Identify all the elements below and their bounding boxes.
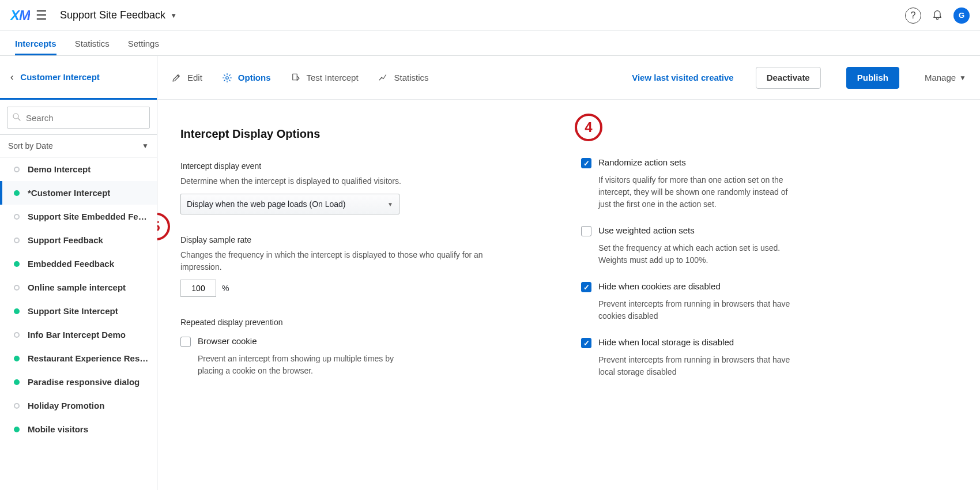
status-dot [14, 403, 20, 409]
repeated-display-label: Repeated display prevention [180, 318, 512, 327]
sidebar-item-label: *Customer Intercept [28, 188, 110, 198]
user-avatar[interactable]: G [953, 7, 970, 24]
sidebar-item[interactable]: Paradise responsive dialog [0, 370, 157, 394]
xm-logo: XM [10, 7, 30, 24]
search-icon [12, 112, 22, 125]
sidebar-item[interactable]: Support Site Intercept [0, 299, 157, 323]
svg-point-0 [13, 114, 18, 119]
sidebar-item[interactable]: Restaurant Experience Resp... [0, 346, 157, 370]
browser-cookie-label: Browser cookie [198, 336, 257, 346]
annotation-4: 4 [575, 114, 602, 141]
sidebar-item[interactable]: Embedded Feedback [0, 252, 157, 276]
tool-test-intercept[interactable]: Test Intercept [291, 73, 359, 83]
sidebar-item[interactable]: Info Bar Intercept Demo [0, 323, 157, 346]
chevron-down-icon: ▼ [142, 142, 149, 150]
browser-cookie-desc: Prevent an intercept from showing up mul… [180, 353, 399, 377]
status-dot [14, 332, 20, 338]
sidebar-title: Customer Intercept [20, 72, 100, 82]
status-dot [14, 308, 20, 314]
status-dot [14, 190, 20, 196]
status-dot [14, 214, 20, 220]
sidebar-item[interactable]: Support Feedback [0, 228, 157, 252]
sidebar-item[interactable]: Online sample intercept [0, 276, 157, 299]
topbar: XM ☰ Support Site Feedback ▼ ? G [0, 0, 980, 31]
repeated-display-block: Repeated display prevention Browser cook… [180, 318, 512, 377]
sample-rate-label: Display sample rate [180, 235, 512, 244]
svg-point-1 [226, 76, 229, 79]
hamburger-menu-icon[interactable]: ☰ [36, 8, 47, 23]
sidebar-item[interactable]: Mobile visitors [0, 417, 157, 441]
sidebar-item-label: Support Site Intercept [28, 306, 118, 316]
sort-dropdown[interactable]: Sort by Date ▼ [0, 134, 157, 157]
sidebar-item[interactable]: *Customer Intercept [0, 181, 157, 205]
nav-statistics[interactable]: Statistics [75, 31, 110, 55]
nav-settings[interactable]: Settings [128, 31, 159, 55]
status-dot [14, 261, 20, 267]
help-icon[interactable]: ? [905, 7, 921, 24]
sidebar-item-label: Embedded Feedback [28, 259, 114, 269]
sidebar-item-label: Paradise responsive dialog [28, 377, 140, 387]
cookies-disabled-desc: Prevent intercepts from running in brows… [581, 298, 800, 322]
publish-button[interactable]: Publish [846, 67, 899, 89]
right-column: Randomize action sets If visitors qualif… [581, 127, 913, 398]
manage-dropdown[interactable]: Manage ▼ [925, 73, 966, 82]
status-dot [14, 427, 20, 432]
status-dot [14, 356, 20, 361]
sample-rate-input[interactable] [180, 280, 216, 297]
content-toolbar: Edit Options Test Intercept Statistics V… [157, 56, 980, 100]
tool-options[interactable]: Options [222, 73, 271, 83]
main-nav: Intercepts Statistics Settings [0, 31, 980, 56]
chevron-down-icon: ▼ [170, 12, 177, 20]
sidebar-item[interactable]: Support Site Embedded Fee... [0, 205, 157, 228]
sample-rate-desc: Changes the frequency in which the inter… [180, 249, 512, 273]
view-last-visited-creative-link[interactable]: View last visited creative [632, 73, 734, 82]
status-dot [14, 167, 20, 172]
sidebar-item[interactable]: Demo Intercept [0, 157, 157, 181]
sidebar-item-label: Support Site Embedded Fee... [28, 212, 149, 221]
hide-localstorage-disabled-checkbox[interactable] [581, 338, 591, 348]
randomize-label: Randomize action sets [598, 157, 686, 167]
status-dot [14, 238, 20, 243]
sidebar-item[interactable]: Holiday Promotion [0, 394, 157, 417]
search-box [7, 107, 150, 129]
deactivate-button[interactable]: Deactivate [756, 67, 821, 89]
nav-intercepts[interactable]: Intercepts [15, 31, 56, 55]
sidebar-item-label: Info Bar Intercept Demo [28, 330, 126, 340]
dropdown-arrow-icon: ▼ [387, 201, 393, 208]
sidebar-item-label: Online sample intercept [28, 282, 126, 292]
chevron-down-icon: ▼ [959, 74, 966, 82]
bell-icon[interactable] [929, 7, 945, 24]
weighted-action-sets-checkbox[interactable] [581, 226, 591, 236]
intercept-list: Demo Intercept*Customer InterceptSupport… [0, 157, 157, 490]
page-title: Intercept Display Options [180, 127, 512, 141]
sort-label: Sort by Date [8, 141, 53, 150]
left-column: Intercept Display Options Intercept disp… [180, 127, 512, 398]
sidebar-header: ‹ Customer Intercept [0, 56, 157, 100]
status-dot [14, 285, 20, 291]
randomize-desc: If visitors qualify for more than one ac… [581, 174, 800, 210]
sidebar: ‹ Customer Intercept Sort by Date ▼ Demo… [0, 56, 157, 490]
display-event-desc: Determine when the intercept is displaye… [180, 175, 512, 187]
sidebar-item-label: Holiday Promotion [28, 401, 104, 410]
sidebar-item-label: Demo Intercept [28, 164, 91, 174]
status-dot [14, 379, 20, 385]
browser-cookie-checkbox[interactable] [180, 337, 191, 347]
content-area: Edit Options Test Intercept Statistics V… [157, 56, 980, 490]
back-chevron-icon[interactable]: ‹ [10, 72, 13, 82]
tool-statistics[interactable]: Statistics [378, 73, 429, 83]
display-event-select[interactable]: Display when the web page loads (On Load… [180, 194, 399, 214]
project-title-text: Support Site Feedback [60, 9, 165, 21]
sidebar-search-input[interactable] [7, 107, 150, 129]
randomize-action-sets-checkbox[interactable] [581, 158, 591, 168]
sample-rate-unit: % [222, 284, 229, 293]
localstorage-disabled-desc: Prevent intercepts from running in brows… [581, 354, 800, 378]
project-title-dropdown[interactable]: Support Site Feedback ▼ [60, 9, 177, 21]
sidebar-item-label: Support Feedback [28, 235, 103, 245]
sidebar-item-label: Restaurant Experience Resp... [28, 353, 149, 363]
tool-edit[interactable]: Edit [171, 73, 202, 83]
display-event-block: Intercept display event Determine when t… [180, 161, 512, 214]
sidebar-item-label: Mobile visitors [28, 424, 88, 434]
weighted-desc: Set the frequency at which each action s… [581, 242, 800, 266]
hide-cookies-disabled-checkbox[interactable] [581, 282, 591, 292]
cookies-disabled-label: Hide when cookies are disabled [598, 281, 721, 291]
